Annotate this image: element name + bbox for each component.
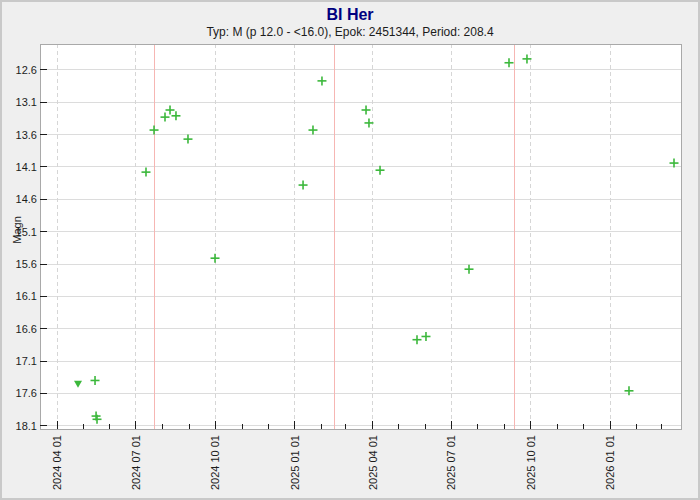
y-tick-label: 17.1 bbox=[16, 355, 37, 367]
y-tick-label: 15.1 bbox=[16, 226, 37, 238]
x-tick-label: 2025 01 01 bbox=[289, 435, 301, 490]
y-tick-label: 14.6 bbox=[16, 193, 37, 205]
y-tick-label: 12.6 bbox=[16, 64, 37, 76]
y-tick-label: 16.1 bbox=[16, 290, 37, 302]
y-tick-label: 18.1 bbox=[16, 420, 37, 432]
x-tick-label: 2025 07 01 bbox=[445, 435, 457, 490]
light-curve-svg: 12.613.113.614.114.615.115.616.116.617.1… bbox=[2, 2, 698, 498]
y-tick-label: 13.1 bbox=[16, 96, 37, 108]
light-curve-window: BI Her Typ: M (p 12.0 - <16.0), Epok: 24… bbox=[0, 0, 700, 500]
x-tick-label: 2025 10 01 bbox=[525, 435, 537, 490]
y-tick-label: 16.6 bbox=[16, 323, 37, 335]
x-tick-label: 2026 01 01 bbox=[604, 435, 616, 490]
x-tick-label: 2025 04 01 bbox=[367, 435, 379, 490]
x-tick-label: 2024 04 01 bbox=[51, 435, 63, 490]
x-axis-ticks: 2024 04 012024 07 012024 10 012025 01 01… bbox=[51, 421, 661, 490]
x-tick-label: 2024 10 01 bbox=[209, 435, 221, 490]
y-tick-label: 17.6 bbox=[16, 387, 37, 399]
x-tick-label: 2024 07 01 bbox=[130, 435, 142, 490]
y-tick-label: 14.1 bbox=[16, 161, 37, 173]
y-tick-label: 13.6 bbox=[16, 129, 37, 141]
y-tick-label: 15.6 bbox=[16, 258, 37, 270]
